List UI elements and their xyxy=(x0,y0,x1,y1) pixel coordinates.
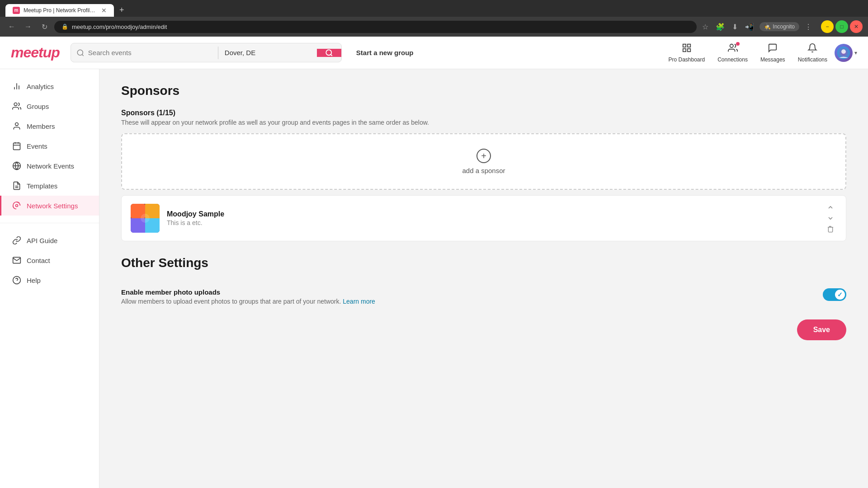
save-button[interactable]: Save xyxy=(797,319,846,340)
active-tab[interactable]: m Meetup Pro | Network Profile S... ✕ xyxy=(5,4,114,17)
svg-line-1 xyxy=(82,54,83,56)
search-input[interactable] xyxy=(88,43,212,62)
svg-rect-5 xyxy=(688,44,690,47)
extensions-button[interactable]: 🧩 xyxy=(714,21,726,33)
svg-rect-6 xyxy=(683,48,686,51)
sponsors-description: These will appear on your network profil… xyxy=(121,119,846,126)
sponsor-logo xyxy=(131,204,160,233)
main-content: Sponsors Sponsors (1/15) These will appe… xyxy=(99,69,868,488)
svg-point-15 xyxy=(15,123,19,126)
photo-uploads-desc: Allow members to upload event photos to … xyxy=(121,298,375,305)
tab-title: Meetup Pro | Network Profile S... xyxy=(24,7,98,14)
window-controls: − □ ✕ xyxy=(821,20,863,33)
tab-close-button[interactable]: ✕ xyxy=(101,7,107,14)
new-tab-button[interactable]: + xyxy=(116,4,128,17)
location-input[interactable] xyxy=(218,49,317,56)
templates-icon xyxy=(12,181,21,190)
screen-cast-button[interactable]: 📲 xyxy=(743,21,756,33)
sidebar-item-contact[interactable]: Contact xyxy=(0,250,99,270)
learn-more-link[interactable]: Learn more xyxy=(343,298,375,305)
search-button[interactable] xyxy=(317,49,341,57)
network-settings-icon xyxy=(12,201,21,210)
forward-button[interactable]: → xyxy=(22,20,34,33)
analytics-icon xyxy=(12,82,21,91)
browser-chrome: m Meetup Pro | Network Profile S... ✕ + xyxy=(0,0,868,17)
notifications-link[interactable]: Notifications xyxy=(793,39,833,66)
photo-uploads-label: Enable member photo uploads xyxy=(121,288,375,296)
svg-point-10 xyxy=(841,49,846,54)
sidebar-item-network-settings[interactable]: Network Settings xyxy=(0,196,99,216)
page-title: Sponsors xyxy=(121,84,846,98)
browser-controls: ← → ↻ 🔒 meetup.com/pro/moodjoy/admin/edi… xyxy=(0,17,868,37)
help-icon xyxy=(12,276,21,285)
sidebar-item-api-guide[interactable]: API Guide xyxy=(0,230,99,250)
maximize-button[interactable]: □ xyxy=(835,20,848,33)
svg-point-2 xyxy=(326,50,331,55)
connections-badge xyxy=(736,42,740,46)
sponsor-move-down-button[interactable] xyxy=(824,214,837,223)
start-group-button[interactable]: Start a new group xyxy=(356,49,414,56)
download-button[interactable]: ⬇ xyxy=(730,21,740,33)
ssl-icon: 🔒 xyxy=(61,23,68,30)
user-avatar-wrap[interactable]: ▾ xyxy=(835,44,857,62)
pro-dashboard-link[interactable]: Pro Dashboard xyxy=(663,39,710,66)
incognito-badge: 🕵 Incognito xyxy=(760,22,799,31)
connections-icon xyxy=(728,43,738,56)
minimize-button[interactable]: − xyxy=(821,20,834,33)
groups-icon xyxy=(12,102,21,111)
other-settings-title: Other Settings xyxy=(121,256,846,270)
members-icon xyxy=(12,122,21,131)
notifications-label: Notifications xyxy=(798,56,827,63)
avatar-chevron-icon: ▾ xyxy=(854,50,857,56)
sidebar-item-events[interactable]: Events xyxy=(0,136,99,156)
header-nav: Pro Dashboard Connections Messages xyxy=(663,39,857,66)
search-button-icon xyxy=(325,49,333,57)
photo-uploads-toggle[interactable]: ✓ xyxy=(823,288,846,301)
other-settings-section: Other Settings Enable member photo uploa… xyxy=(121,256,846,340)
network-events-icon xyxy=(12,161,21,170)
add-sponsor-label: add a sponsor xyxy=(462,167,505,174)
meetup-logo[interactable]: meetup xyxy=(11,44,60,61)
photo-uploads-toggle-wrap: ✓ xyxy=(823,288,846,301)
svg-rect-7 xyxy=(688,48,690,51)
sponsor-move-up-button[interactable] xyxy=(824,203,837,212)
bookmark-button[interactable]: ☆ xyxy=(700,21,710,33)
api-icon xyxy=(12,236,21,245)
back-button[interactable]: ← xyxy=(5,20,18,33)
sidebar-item-templates[interactable]: Templates xyxy=(0,176,99,196)
sponsors-count: Sponsors (1/15) xyxy=(121,109,846,117)
svg-point-14 xyxy=(14,103,17,106)
toggle-knob: ✓ xyxy=(835,290,845,300)
events-icon xyxy=(12,141,21,150)
svg-rect-4 xyxy=(683,44,686,47)
sidebar-section-bottom: API Guide Contact Help xyxy=(0,223,99,290)
sidebar-item-members[interactable]: Members xyxy=(0,116,99,136)
photo-uploads-setting: Enable member photo uploads Allow member… xyxy=(121,281,846,312)
sidebar-item-groups[interactable]: Groups xyxy=(0,96,99,116)
sidebar: Analytics Groups Members Events xyxy=(0,69,99,488)
search-container xyxy=(71,43,342,62)
sponsor-name: Moodjoy Sample xyxy=(167,210,817,218)
address-bar[interactable]: 🔒 meetup.com/pro/moodjoy/admin/edit xyxy=(54,21,697,33)
sidebar-item-analytics[interactable]: Analytics xyxy=(0,76,99,96)
tab-favicon: m xyxy=(13,7,20,14)
search-icon xyxy=(76,49,85,57)
sidebar-item-help[interactable]: Help xyxy=(0,270,99,290)
menu-button[interactable]: ⋮ xyxy=(803,21,814,33)
sponsor-controls xyxy=(824,203,837,234)
messages-link[interactable]: Messages xyxy=(755,39,791,66)
connections-link[interactable]: Connections xyxy=(712,39,753,66)
add-sponsor-button[interactable]: + add a sponsor xyxy=(121,133,846,190)
add-icon: + xyxy=(476,149,491,163)
close-button[interactable]: ✕ xyxy=(850,20,863,33)
sponsor-item: Moodjoy Sample This is a etc. xyxy=(121,195,846,241)
svg-line-3 xyxy=(330,54,332,56)
url-text: meetup.com/pro/moodjoy/admin/edit xyxy=(72,23,167,30)
sidebar-item-network-events[interactable]: Network Events xyxy=(0,156,99,176)
reload-button[interactable]: ↻ xyxy=(38,20,51,33)
messages-icon xyxy=(768,43,778,56)
svg-point-32 xyxy=(141,214,150,223)
sponsor-delete-button[interactable] xyxy=(824,225,837,234)
sponsor-description: This is a etc. xyxy=(167,219,817,226)
pro-dashboard-icon xyxy=(682,43,692,56)
